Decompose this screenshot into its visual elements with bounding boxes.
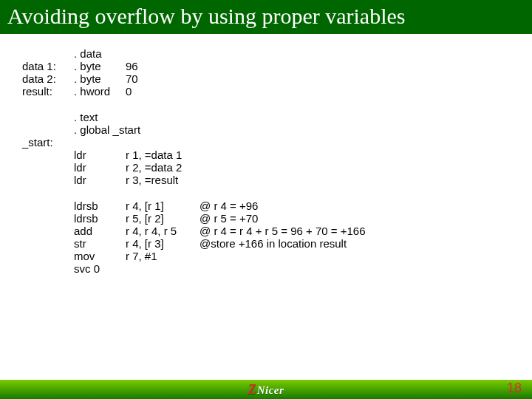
mnemonic: svc 0 [74, 262, 126, 275]
instr-line: svc 0 [22, 262, 532, 275]
value: 96 [126, 60, 200, 72]
directive-text: . data [74, 47, 126, 60]
comment: @store +166 in location result [200, 237, 532, 250]
mnemonic: ldr [74, 174, 126, 186]
label: data 2: [22, 72, 74, 85]
instr-line: ldrsb r 4, [r 1] @ r 4 = +96 [22, 200, 532, 212]
operands: r 7, #1 [126, 250, 200, 262]
start-label: _start: [22, 136, 532, 149]
comment: @ r 5 = +70 [200, 212, 532, 225]
footer-bar: Z Nicer [0, 380, 532, 399]
operands: r 4, [r 3] [126, 237, 200, 250]
code-block: . data data 1: . byte 96 data 2: . byte … [0, 34, 532, 400]
instr-line: ldr r 2, =data 2 [22, 161, 532, 174]
value: 70 [126, 72, 200, 85]
directive-text: . hword [74, 85, 126, 98]
slide: Avoiding overflow by using proper variab… [0, 0, 532, 399]
logo-z: Z [248, 382, 256, 398]
mnemonic: mov [74, 250, 126, 262]
instr-line: add r 4, r 4, r 5 @ r 4 = r 4 + r 5 = 96… [22, 225, 532, 237]
operands: r 4, [r 1] [126, 200, 200, 212]
label: result: [22, 85, 74, 98]
mnemonic: ldr [74, 161, 126, 174]
directive-text: . byte [74, 72, 126, 85]
comment: @ r 4 = r 4 + r 5 = 96 + 70 = +166 [200, 225, 532, 237]
data-line: result: . hword 0 [22, 85, 532, 98]
mnemonic: ldrsb [74, 212, 126, 225]
mnemonic: add [74, 225, 126, 237]
directive-text: . text [74, 111, 98, 123]
mnemonic: ldr [74, 149, 126, 161]
value: 0 [126, 85, 200, 98]
data-directive: . data [22, 47, 532, 60]
text-directive: . text [22, 111, 532, 123]
instr-line: mov r 7, #1 [22, 250, 532, 262]
comment: @ r 4 = +96 [200, 200, 532, 212]
instr-line: ldr r 3, =result [22, 174, 532, 186]
operands: r 2, =data 2 [126, 161, 182, 174]
data-line: data 1: . byte 96 [22, 60, 532, 72]
data-line: data 2: . byte 70 [22, 72, 532, 85]
instr-line: ldrsb r 5, [r 2] @ r 5 = +70 [22, 212, 532, 225]
mnemonic: str [74, 237, 126, 250]
instr-line: str r 4, [r 3] @store +166 in location r… [22, 237, 532, 250]
page-number: 18 [507, 381, 522, 396]
global-directive: . global _start [22, 123, 532, 136]
operands: r 3, =result [126, 174, 178, 186]
operands: r 4, r 4, r 5 [126, 225, 200, 237]
instr-line: ldr r 1, =data 1 [22, 149, 532, 161]
operands: r 5, [r 2] [126, 212, 200, 225]
label: _start: [22, 136, 74, 149]
logo: Z Nicer [248, 382, 284, 398]
mnemonic: ldrsb [74, 200, 126, 212]
logo-nicer: Nicer [257, 384, 284, 397]
page-title: Avoiding overflow by using proper variab… [0, 0, 532, 34]
label: data 1: [22, 60, 74, 72]
operands: r 1, =data 1 [126, 149, 182, 161]
directive-text: . global _start [74, 123, 140, 136]
directive-text: . byte [74, 60, 126, 72]
